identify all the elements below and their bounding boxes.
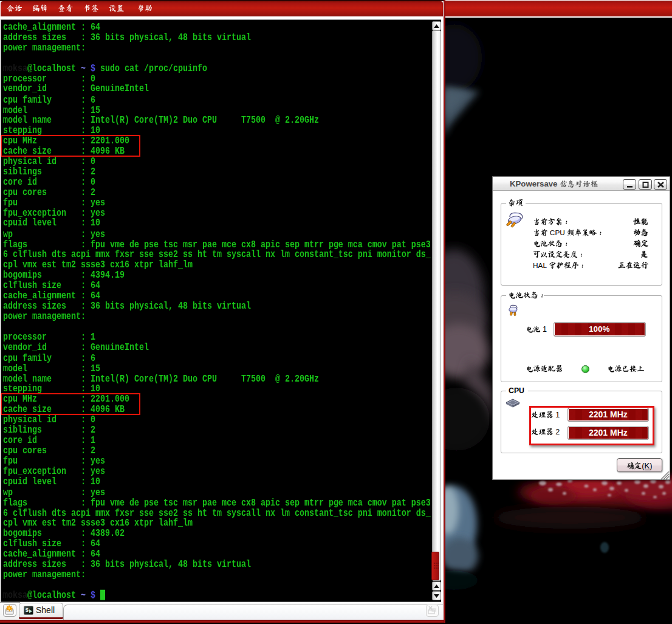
svg-text:2201 MHz: 2201 MHz — [589, 428, 628, 437]
svg-text:HAL: HAL — [533, 261, 549, 270]
svg-text:KPowersave: KPowersave — [510, 179, 560, 188]
svg-text:1: 1 — [554, 411, 560, 419]
svg-text:CPU: CPU — [548, 228, 567, 237]
svg-text:2: 2 — [554, 428, 560, 436]
svg-text:2201 MHz: 2201 MHz — [589, 410, 628, 419]
svg-text:1: 1 — [541, 325, 547, 334]
svg-text:CPU: CPU — [509, 386, 524, 395]
svg-text:100%: 100% — [589, 324, 610, 334]
